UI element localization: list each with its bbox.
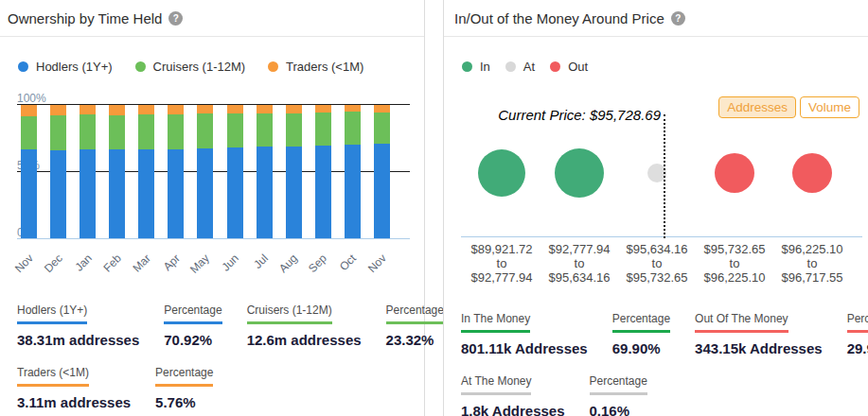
- x-axis-tick-label: Nov: [351, 251, 389, 289]
- stat-label: Percentage: [590, 374, 647, 395]
- x-axis-tick-label: Apr: [145, 251, 183, 289]
- bubble-column-4: [773, 126, 851, 220]
- price-range-to: $96,717.55: [773, 270, 851, 285]
- volume-toggle-button[interactable]: Volume: [800, 96, 859, 118]
- panel-title: In/Out of the Money Around Price: [454, 10, 664, 26]
- bubble-in-the-money[interactable]: [555, 148, 604, 198]
- x-axis-tick-label: Feb: [86, 251, 124, 289]
- ownership-legend-item[interactable]: Cruisers (1-12M): [135, 60, 246, 74]
- stat-in-the-money: In The Money801.11k Addresses: [461, 309, 588, 356]
- stat-value: 12.6m addresses: [247, 332, 362, 348]
- stat-value: 70.92%: [164, 332, 221, 348]
- money-legend-dot-icon: [505, 61, 516, 72]
- price-range-from: $96,225.10: [773, 242, 851, 256]
- stat-value: 69.90%: [612, 340, 670, 356]
- in-out-money-panel-header: In/Out of the Money Around Price ?: [444, 0, 868, 37]
- bar-aug-9[interactable]: [286, 105, 302, 238]
- bar-segment-traders: [21, 105, 37, 116]
- price-range-from: $92,777.94: [540, 242, 618, 256]
- stat-at-the-money: At The Money1.8k Addresses: [461, 372, 565, 416]
- metric-toggle-group: AddressesVolume: [718, 96, 859, 118]
- addresses-toggle-button[interactable]: Addresses: [718, 96, 796, 118]
- bar-nov-0[interactable]: [21, 105, 37, 238]
- ownership-panel-header: Ownership by Time Held ?: [0, 0, 424, 37]
- price-range-labels: $89,921.72to$92,777.94$92,777.94to$95,63…: [463, 242, 851, 285]
- bar-segment-cruisers: [109, 115, 125, 149]
- stat-value: 38.31m addresses: [17, 332, 139, 348]
- price-range-separator: to: [463, 256, 540, 270]
- ownership-legend-item[interactable]: Hodlers (1Y+): [18, 60, 113, 74]
- money-legend-item[interactable]: Out: [550, 60, 588, 74]
- money-legend-item[interactable]: At: [505, 60, 535, 74]
- x-axis-tick-label: Nov: [0, 251, 35, 289]
- panel-gutter: [425, 0, 443, 416]
- y-gridline-0%: [17, 238, 410, 239]
- bubble-column-0: [463, 126, 540, 220]
- stat-label: Percentage: [155, 366, 213, 387]
- bubble-out-the-money[interactable]: [792, 153, 832, 193]
- bar-jan-2[interactable]: [80, 105, 96, 238]
- price-range-label: $96,225.10to$96,717.55: [773, 242, 851, 285]
- bar-segment-cruisers: [374, 113, 390, 144]
- stat-percentage: Percentage0.16%: [590, 372, 647, 416]
- bar-jul-8[interactable]: [257, 105, 273, 238]
- bar-segment-hodlers: [21, 149, 37, 238]
- bubble-axis-line: [461, 236, 862, 237]
- current-price-label: Current Price: $95,728.69: [444, 107, 661, 123]
- stat-out-of-the-money: Out Of The Money343.15k Addresses: [695, 309, 823, 356]
- stat-value: 29.94%: [847, 340, 868, 356]
- bar-segment-traders: [138, 105, 154, 114]
- stat-label: Cruisers (1-12M): [247, 303, 332, 324]
- money-legend-item[interactable]: In: [462, 60, 490, 74]
- ownership-legend-dot-icon: [268, 61, 278, 72]
- bar-segment-hodlers: [257, 147, 273, 238]
- bubble-out-the-money[interactable]: [715, 153, 754, 193]
- bar-segment-traders: [168, 105, 184, 114]
- money-legend: InAtOut: [462, 60, 588, 74]
- stat-label: Hodlers (1Y+): [17, 303, 87, 324]
- money-legend-dot-icon: [462, 61, 472, 72]
- bar-segment-traders: [286, 105, 302, 113]
- bar-segment-hodlers: [50, 150, 66, 238]
- bar-jun-7[interactable]: [227, 105, 243, 238]
- bar-oct-11[interactable]: [345, 105, 361, 238]
- x-axis-tick-label: May: [174, 251, 212, 289]
- stat-label: Out Of The Money: [695, 312, 788, 333]
- x-axis-labels: NovDecJanFebMarAprMayJunJulAugSepOctNov: [21, 240, 390, 280]
- bar-nov-12[interactable]: [374, 105, 390, 238]
- bar-segment-cruisers: [257, 113, 273, 147]
- bubble-in-the-money[interactable]: [478, 149, 525, 197]
- bar-segment-hodlers: [315, 146, 331, 238]
- bar-segment-traders: [374, 105, 390, 113]
- panel-title: Ownership by Time Held: [8, 10, 162, 26]
- bar-segment-hodlers: [138, 149, 154, 238]
- bar-segment-cruisers: [345, 112, 361, 145]
- help-icon[interactable]: ?: [671, 11, 685, 26]
- bar-segment-hodlers: [109, 149, 125, 238]
- bar-segment-hodlers: [168, 149, 184, 238]
- bar-mar-4[interactable]: [138, 105, 154, 238]
- money-legend-label: In: [480, 60, 490, 74]
- ownership-legend: Hodlers (1Y+)Cruisers (1-12M)Traders (<1…: [18, 60, 363, 74]
- stat-percentage: Percentage29.94%: [847, 309, 868, 356]
- money-stats: In The Money801.11k AddressesPercentage6…: [461, 309, 862, 416]
- bar-sep-10[interactable]: [315, 105, 331, 238]
- ownership-panel: Ownership by Time Held ? Hodlers (1Y+)Cr…: [0, 0, 425, 416]
- x-axis-tick-label: Jun: [204, 251, 241, 289]
- ownership-legend-label: Traders (<1M): [286, 60, 363, 74]
- price-range-separator: to: [540, 256, 618, 270]
- price-range-label: $89,921.72to$92,777.94: [463, 242, 540, 285]
- help-icon[interactable]: ?: [168, 11, 183, 26]
- money-legend-label: Out: [568, 60, 588, 74]
- bar-may-6[interactable]: [197, 105, 213, 238]
- stats-row: At The Money1.8k AddressesPercentage0.16…: [461, 372, 862, 416]
- bar-segment-hodlers: [197, 148, 213, 238]
- bar-dec-1[interactable]: [50, 105, 66, 238]
- stat-traders-1m-: Traders (<1M)3.11m addresses: [17, 363, 131, 410]
- bar-feb-3[interactable]: [109, 105, 125, 238]
- stat-value: 343.15k Addresses: [695, 340, 823, 356]
- stats-row: Traders (<1M)3.11m addressesPercentage5.…: [17, 363, 418, 410]
- ownership-legend-item[interactable]: Traders (<1M): [268, 60, 363, 74]
- bar-apr-5[interactable]: [168, 105, 184, 238]
- price-range-to: $95,634.16: [540, 270, 618, 285]
